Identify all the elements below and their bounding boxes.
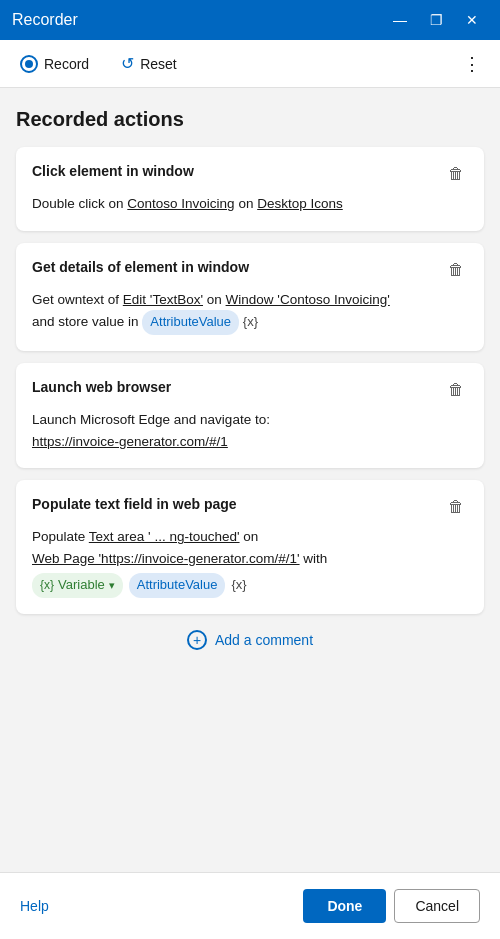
action-card-1: Click element in window 🗑 Double click o…	[16, 147, 484, 231]
action-2-variable-chip[interactable]: AttributeValue	[142, 310, 239, 335]
action-2-link1[interactable]: Edit 'TextBox'	[123, 292, 203, 307]
plus-icon: +	[193, 633, 201, 647]
action-2-middle: on	[207, 292, 222, 307]
action-2-suffix: and store value in	[32, 314, 139, 329]
action-card-4-title: Populate text field in web page	[32, 496, 237, 512]
action-4-line1-prefix: Populate	[32, 529, 85, 544]
action-3-prefix: Launch Microsoft Edge and navigate to:	[32, 412, 270, 427]
action-4-variable-name: AttributeValue	[137, 575, 218, 596]
reset-button[interactable]: ↺ Reset	[113, 50, 185, 77]
close-button[interactable]: ✕	[456, 4, 488, 36]
add-comment-label: Add a comment	[215, 632, 313, 648]
title-bar-controls: — ❐ ✕	[384, 4, 488, 36]
action-3-link1[interactable]: https://invoice-generator.com/#/1	[32, 434, 228, 449]
action-2-variable-name: AttributeValue	[150, 312, 231, 333]
cancel-button[interactable]: Cancel	[394, 889, 480, 923]
minimize-button[interactable]: —	[384, 4, 416, 36]
action-4-line1-link[interactable]: Text area ' ... ng-touched'	[89, 529, 240, 544]
action-1-link2[interactable]: Desktop Icons	[257, 196, 343, 211]
reset-label: Reset	[140, 56, 177, 72]
add-comment-button[interactable]: + Add a comment	[16, 630, 484, 650]
action-card-1-title: Click element in window	[32, 163, 194, 179]
record-icon	[20, 55, 38, 73]
action-2-curly: {x}	[243, 314, 258, 329]
action-card-4-header: Populate text field in web page 🗑	[32, 496, 468, 518]
record-dot-inner	[25, 60, 33, 68]
delete-action-1-button[interactable]: 🗑	[444, 163, 468, 185]
action-card-3: Launch web browser 🗑 Launch Microsoft Ed…	[16, 363, 484, 468]
action-card-2-title: Get details of element in window	[32, 259, 249, 275]
action-4-variable-row: {x} Variable ▾ AttributeValue {x}	[32, 573, 468, 598]
action-4-var-label: Variable	[58, 575, 105, 596]
action-card-3-title: Launch web browser	[32, 379, 171, 395]
delete-action-4-button[interactable]: 🗑	[444, 496, 468, 518]
maximize-button[interactable]: ❐	[420, 4, 452, 36]
add-comment-icon: +	[187, 630, 207, 650]
toolbar: Record ↺ Reset ⋮	[0, 40, 500, 88]
action-card-4-body: Populate Text area ' ... ng-touched' on …	[32, 526, 468, 598]
action-4-line1-suffix: on	[243, 529, 258, 544]
action-card-2-header: Get details of element in window 🗑	[32, 259, 468, 281]
curly-braces-icon: {x}	[40, 576, 54, 595]
action-card-1-header: Click element in window 🗑	[32, 163, 468, 185]
done-button[interactable]: Done	[303, 889, 386, 923]
action-4-curly: {x}	[231, 575, 246, 596]
action-1-prefix: Double click on	[32, 196, 124, 211]
section-title: Recorded actions	[16, 108, 484, 131]
toolbar-left: Record ↺ Reset	[12, 50, 185, 77]
reset-icon: ↺	[121, 54, 134, 73]
more-icon: ⋮	[463, 53, 481, 75]
record-button[interactable]: Record	[12, 51, 97, 77]
delete-action-2-button[interactable]: 🗑	[444, 259, 468, 281]
chevron-down-icon: ▾	[109, 577, 115, 595]
action-card-1-body: Double click on Contoso Invoicing on Des…	[32, 193, 468, 215]
footer-buttons: Done Cancel	[303, 889, 480, 923]
action-2-prefix: Get owntext of	[32, 292, 119, 307]
action-4-line2-link[interactable]: Web Page 'https://invoice-generator.com/…	[32, 551, 300, 566]
action-card-2: Get details of element in window 🗑 Get o…	[16, 243, 484, 351]
action-card-2-body: Get owntext of Edit 'TextBox' on Window …	[32, 289, 468, 335]
delete-action-3-button[interactable]: 🗑	[444, 379, 468, 401]
action-4-line2-suffix: with	[303, 551, 327, 566]
action-4-variable-chip[interactable]: AttributeValue	[129, 573, 226, 598]
record-label: Record	[44, 56, 89, 72]
main-content: Recorded actions Click element in window…	[0, 88, 500, 872]
more-options-button[interactable]: ⋮	[456, 48, 488, 80]
title-bar-title: Recorder	[12, 11, 78, 29]
title-bar: Recorder — ❐ ✕	[0, 0, 500, 40]
title-bar-left: Recorder	[12, 11, 78, 29]
help-link[interactable]: Help	[20, 898, 49, 914]
action-1-middle: on	[238, 196, 253, 211]
action-card-3-body: Launch Microsoft Edge and navigate to: h…	[32, 409, 468, 452]
footer: Help Done Cancel	[0, 872, 500, 939]
action-2-link2[interactable]: Window 'Contoso Invoicing'	[226, 292, 390, 307]
action-card-3-header: Launch web browser 🗑	[32, 379, 468, 401]
action-4-var-selector[interactable]: {x} Variable ▾	[32, 573, 123, 598]
action-1-link1[interactable]: Contoso Invoicing	[127, 196, 234, 211]
action-card-4: Populate text field in web page 🗑 Popula…	[16, 480, 484, 614]
